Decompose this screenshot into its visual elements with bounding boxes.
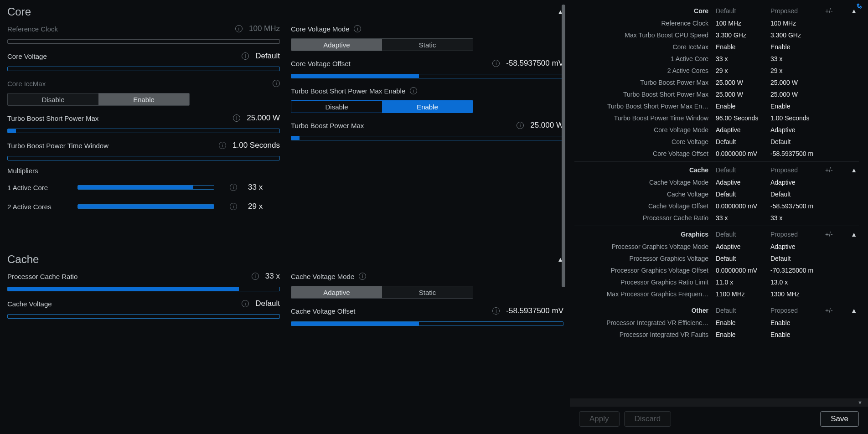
- info-icon[interactable]: i: [492, 307, 500, 315]
- summary-row: Processor Graphics VoltageDefaultDefault: [574, 253, 859, 264]
- tb-short-power-max-label: Turbo Boost Short Power Max: [7, 114, 98, 122]
- info-icon[interactable]: i: [359, 273, 366, 280]
- static-button[interactable]: Static: [382, 39, 473, 51]
- core-voltage-mode-toggle[interactable]: Adaptive Static: [291, 38, 473, 51]
- col-proposed: Proposed: [770, 166, 825, 174]
- info-icon[interactable]: i: [242, 52, 249, 60]
- summary-row: Core IccMaxEnableEnable: [574, 41, 859, 53]
- reference-clock-value: 100 MHz: [249, 24, 280, 33]
- row-label: Core Voltage: [574, 138, 716, 145]
- row-proposed: Enable: [770, 43, 852, 51]
- row-proposed: 29 x: [770, 67, 852, 74]
- summary-row: Processor Integrated VR Efficienc…Enable…: [574, 317, 859, 329]
- info-icon[interactable]: i: [492, 60, 500, 67]
- summary-row: Core Voltage Offset0.0000000 mV-58.59375…: [574, 148, 859, 160]
- info-icon[interactable]: i: [230, 203, 237, 210]
- disable-button[interactable]: Disable: [8, 93, 98, 105]
- cache-voltage-slider[interactable]: [7, 314, 280, 319]
- row-default: 25.000 W: [716, 91, 770, 98]
- row-proposed: Default: [770, 191, 852, 198]
- summary-row: Turbo Boost Short Power Max En…EnableEna…: [574, 100, 859, 112]
- col-proposed: Proposed: [770, 7, 825, 15]
- info-icon[interactable]: i: [230, 184, 237, 191]
- col-proposed: Proposed: [770, 231, 825, 238]
- col-default: Default: [716, 166, 770, 174]
- scrollbar[interactable]: [562, 5, 565, 287]
- row-default: Adaptive: [716, 243, 770, 250]
- wrench-icon[interactable]: [854, 3, 863, 13]
- row-default: 33 x: [716, 214, 770, 222]
- tb-power-max-value: 25.000 W: [530, 121, 563, 130]
- core-voltage-offset-value: -58.5937500 mV: [506, 59, 563, 68]
- group-name: Other: [574, 307, 716, 314]
- static-button[interactable]: Static: [382, 286, 473, 298]
- core-voltage-offset-slider[interactable]: [291, 74, 563, 78]
- row-proposed: Default: [770, 255, 852, 262]
- info-icon[interactable]: i: [517, 122, 524, 129]
- tb-short-power-max-enable-toggle[interactable]: Disable Enable: [291, 100, 473, 113]
- row-proposed: -58.5937500 m: [770, 202, 852, 210]
- summary-row: Turbo Boost Power Time Window96.00 Secon…: [574, 112, 859, 124]
- tb-power-max-slider[interactable]: [291, 136, 563, 140]
- row-proposed: 33 x: [770, 55, 852, 62]
- settings-scroll[interactable]: Core ▲ Reference Clock i 100 MHz: [7, 4, 563, 430]
- adaptive-button[interactable]: Adaptive: [291, 39, 382, 51]
- info-icon[interactable]: i: [354, 25, 361, 32]
- row-proposed: Adaptive: [770, 179, 852, 186]
- summary-row: Cache VoltageDefaultDefault: [574, 188, 859, 200]
- section-cache-header[interactable]: Cache ▲: [7, 251, 563, 270]
- mult-2-label: 2 Active Cores: [7, 203, 67, 211]
- mult-2-slider[interactable]: [78, 204, 214, 209]
- discard-button[interactable]: Discard: [624, 411, 672, 427]
- info-icon[interactable]: i: [233, 114, 240, 122]
- enable-button[interactable]: Enable: [382, 101, 473, 113]
- info-icon[interactable]: i: [235, 25, 243, 32]
- apply-button[interactable]: Apply: [579, 411, 620, 427]
- core-iccmax-toggle[interactable]: Disable Enable: [7, 93, 190, 106]
- enable-button[interactable]: Enable: [98, 93, 189, 105]
- expander-bar[interactable]: ▼: [570, 398, 868, 407]
- row-label: Cache Voltage Offset: [574, 202, 716, 210]
- row-default: Enable: [716, 43, 770, 51]
- summary-group-header[interactable]: GraphicsDefaultProposed+/-▲: [574, 228, 859, 241]
- info-icon[interactable]: i: [219, 142, 226, 149]
- col-default: Default: [716, 7, 770, 15]
- section-core-title: Core: [7, 5, 31, 18]
- summary-group-header[interactable]: CacheDefaultProposed+/-▲: [574, 164, 859, 176]
- adaptive-button[interactable]: Adaptive: [291, 286, 382, 298]
- info-icon[interactable]: i: [273, 80, 280, 87]
- tb-short-power-max-slider[interactable]: [7, 129, 280, 133]
- cache-voltage-offset-label: Cache Voltage Offset: [291, 307, 355, 315]
- summary-group-header[interactable]: CoreDefaultProposed+/-▲: [574, 5, 859, 17]
- chevron-up-icon[interactable]: ▲: [843, 231, 857, 238]
- row-proposed: Adaptive: [770, 126, 852, 134]
- info-icon[interactable]: i: [410, 87, 417, 94]
- row-proposed: Enable: [770, 103, 852, 110]
- col-default: Default: [716, 231, 770, 238]
- cache-voltage-mode-toggle[interactable]: Adaptive Static: [291, 286, 473, 299]
- cache-voltage-offset-slider[interactable]: [291, 321, 563, 326]
- row-proposed: Enable: [770, 331, 852, 338]
- summary-group-header[interactable]: OtherDefaultProposed+/-▲: [574, 304, 859, 317]
- chevron-up-icon[interactable]: ▲: [843, 307, 857, 314]
- mult-1-value: 33 x: [248, 183, 263, 192]
- summary-row: Processor Integrated VR FaultsEnableEnab…: [574, 329, 859, 341]
- info-icon[interactable]: i: [252, 273, 259, 280]
- reference-clock-slider[interactable]: [7, 39, 280, 44]
- tb-power-time-window-value: 1.00 Seconds: [232, 141, 280, 150]
- mult-2-value: 29 x: [248, 202, 263, 211]
- row-default: Enable: [716, 331, 770, 338]
- row-label: Processor Integrated VR Faults: [574, 331, 716, 338]
- section-core-header[interactable]: Core ▲: [7, 4, 563, 23]
- summary-row: Core VoltageDefaultDefault: [574, 136, 859, 148]
- info-icon[interactable]: i: [242, 300, 249, 307]
- tb-short-power-max-value: 25.000 W: [247, 114, 280, 123]
- disable-button[interactable]: Disable: [291, 101, 382, 113]
- tb-power-time-window-slider[interactable]: [7, 156, 280, 160]
- mult-1-slider[interactable]: [78, 185, 214, 190]
- row-label: Cache Voltage Mode: [574, 179, 716, 186]
- chevron-up-icon[interactable]: ▲: [843, 166, 857, 174]
- save-button[interactable]: Save: [820, 411, 859, 427]
- proc-cache-ratio-slider[interactable]: [7, 287, 280, 291]
- core-voltage-slider[interactable]: [7, 67, 280, 71]
